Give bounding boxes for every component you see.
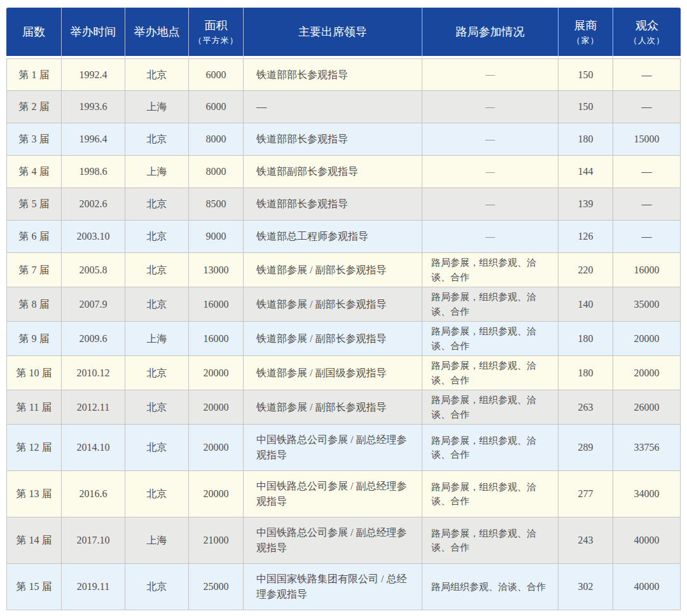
table-cell: 33756 — [613, 425, 681, 471]
table-cell: 上海 — [125, 91, 189, 123]
table-cell: — — [613, 58, 681, 91]
table-cell: 20000 — [613, 356, 681, 390]
table-cell: 20000 — [189, 471, 244, 517]
table-cell: — — [613, 188, 681, 221]
table-cell: 铁道部副部长参观指导 — [244, 156, 422, 188]
column-label: 路局参加情况 — [456, 25, 525, 38]
table-cell: 1996.4 — [62, 123, 125, 156]
table-cell: 铁道部部长参观指导 — [244, 123, 422, 156]
column-header: 路局参加情况 — [422, 8, 559, 58]
table-cell: 25000 — [189, 564, 244, 610]
table-cell: 上海 — [125, 156, 189, 188]
table-row: 第 1 届1992.4北京6000铁道部部长参观指导—150— — [6, 58, 681, 91]
table-cell: 35000 — [613, 287, 681, 322]
table-cell: 第 2 届 — [6, 91, 62, 123]
table-cell: 6000 — [189, 91, 244, 123]
table-cell: 20000 — [613, 322, 681, 356]
table-cell: 北京 — [125, 221, 189, 253]
table-row: 第 3 届1996.4北京8000铁道部部长参观指导—18015000 — [6, 123, 681, 156]
table-cell: 2017.10 — [62, 517, 125, 564]
table-cell: 路局参展，组织参观、洽谈、合作 — [422, 471, 559, 517]
table-cell: 铁道部参展 / 副部长参观指导 — [244, 390, 422, 425]
table-cell: 路局参展，组织参观、洽谈、合作 — [422, 425, 559, 471]
table-cell: 中国铁路总公司参展 / 副总经理参观指导 — [244, 425, 422, 471]
table-cell: 139 — [559, 188, 613, 221]
table-row: 第 14 届2017.10上海21000中国铁路总公司参展 / 副总经理参观指导… — [6, 517, 681, 564]
column-header: 举办地点 — [125, 8, 189, 58]
table-cell: 第 10 届 — [6, 356, 62, 390]
table-cell: 180 — [559, 322, 613, 356]
column-header: 主要出席领导 — [244, 8, 422, 58]
table-cell: 243 — [559, 517, 613, 564]
column-sublabel: （平方米） — [189, 35, 243, 46]
table-cell: 路局参展，组织参观、洽谈、合作 — [422, 287, 559, 322]
table-cell: 140 — [559, 287, 613, 322]
table-cell: 144 — [559, 156, 613, 188]
column-sublabel: （家） — [559, 35, 613, 46]
table-row: 第 9 届2009.6上海16000铁道部参展 / 副部长参观指导路局参展，组织… — [6, 322, 681, 356]
table-cell: 13000 — [189, 253, 244, 287]
table-cell: 中国铁路总公司参展 / 副总经理参观指导 — [244, 517, 422, 564]
table-cell: 289 — [559, 425, 613, 471]
table-cell: 16000 — [189, 322, 244, 356]
table-cell: 第 6 届 — [6, 221, 62, 253]
column-label: 举办地点 — [134, 25, 180, 38]
table-row: 第 10 届2010.12北京20000铁道部参展 / 副国级参观指导路局参展，… — [6, 356, 681, 390]
table-cell: 2014.10 — [62, 425, 125, 471]
table-row: 第 11 届2012.11北京20000铁道部参展 / 副部长参观指导路局参展，… — [6, 390, 681, 425]
table-cell: 第 12 届 — [6, 425, 62, 471]
table-cell: 2002.6 — [62, 188, 125, 221]
table-cell: 第 14 届 — [6, 517, 62, 564]
table-cell: 第 11 届 — [6, 390, 62, 425]
table-cell: 中国铁路总公司参展 / 副总经理参观指导 — [244, 471, 422, 517]
table-cell: 路局参展，组织参观、洽谈、合作 — [422, 356, 559, 390]
table-cell: 40000 — [613, 564, 681, 610]
table-cell: 15000 — [613, 123, 681, 156]
column-sublabel: （人次） — [613, 35, 681, 46]
table-cell: 21000 — [189, 517, 244, 564]
table-cell: 2016.6 — [62, 471, 125, 517]
table-cell: 第 7 届 — [6, 253, 62, 287]
table-row: 第 7 届2005.8北京13000铁道部参展 / 副部长参观指导路局参展，组织… — [6, 253, 681, 287]
table-cell: 路局组织参观、洽谈、合作 — [422, 564, 559, 610]
table-row: 第 4 届1998.6上海8000铁道部副部长参观指导—144— — [6, 156, 681, 188]
table-cell: 20000 — [189, 390, 244, 425]
table-cell: 2005.8 — [62, 253, 125, 287]
column-header: 届数 — [6, 8, 62, 58]
table-cell: 铁道部部长参观指导 — [244, 188, 422, 221]
table-cell: 北京 — [125, 356, 189, 390]
column-label: 届数 — [22, 25, 45, 38]
table-cell: 34000 — [613, 471, 681, 517]
table-cell: 北京 — [125, 390, 189, 425]
table-cell: 180 — [559, 123, 613, 156]
table-cell: 302 — [559, 564, 613, 610]
table-cell: 第 8 届 — [6, 287, 62, 322]
table-row: 第 6 届2003.10北京9000铁道部总工程师参观指导—126— — [6, 221, 681, 253]
table-cell: 北京 — [125, 58, 189, 91]
table-cell: 铁道部参展 / 副部长参观指导 — [244, 287, 422, 322]
table-cell: — — [422, 221, 559, 253]
column-label: 主要出席领导 — [298, 25, 367, 38]
table-cell: 路局参展，组织参观、洽谈、合作 — [422, 253, 559, 287]
table-cell: — — [422, 188, 559, 221]
column-header: 面积（平方米） — [189, 8, 244, 58]
table-cell: 铁道部总工程师参观指导 — [244, 221, 422, 253]
column-header: 举办时间 — [62, 8, 125, 58]
table-cell: — — [613, 156, 681, 188]
table-cell: 2007.9 — [62, 287, 125, 322]
column-label: 展商 — [574, 19, 597, 32]
table-cell: 2009.6 — [62, 322, 125, 356]
column-label: 观众 — [635, 19, 658, 32]
table-cell: — — [422, 58, 559, 91]
table-cell: 第 4 届 — [6, 156, 62, 188]
table-cell: 16000 — [189, 287, 244, 322]
table-cell: 8000 — [189, 156, 244, 188]
table-cell: 上海 — [125, 322, 189, 356]
table-cell: 8500 — [189, 188, 244, 221]
table-cell: 铁道部参展 / 副国级参观指导 — [244, 356, 422, 390]
table-header: 届数举办时间举办地点面积（平方米）主要出席领导路局参加情况展商（家）观众（人次） — [6, 8, 681, 58]
column-header: 展商（家） — [559, 8, 613, 58]
table-cell: 6000 — [189, 58, 244, 91]
table-cell: 北京 — [125, 287, 189, 322]
table-cell: 1998.6 — [62, 156, 125, 188]
